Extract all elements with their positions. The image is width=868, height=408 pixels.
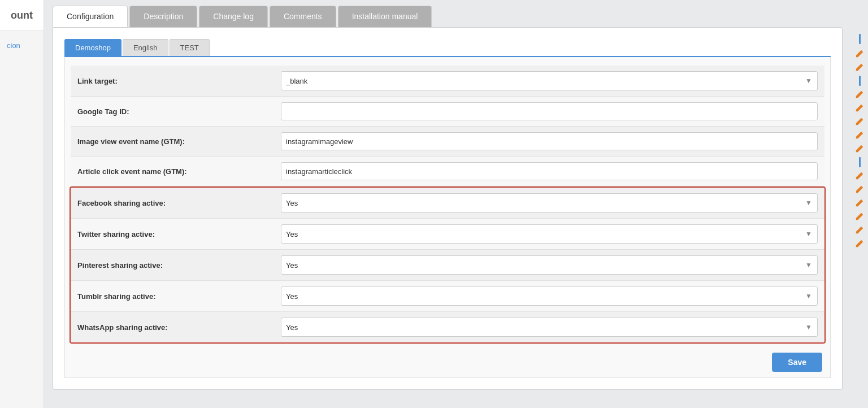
field-row-google-tag-id: Google Tag ID: (71, 97, 824, 127)
field-row-facebook-sharing: Facebook sharing active: Yes No ▼ (71, 188, 824, 219)
label-image-view-event: Image view event name (GTM): (77, 137, 281, 146)
edit-icon-12[interactable] (854, 224, 865, 236)
field-row-whatsapp-sharing: WhatsApp sharing active: Yes No ▼ (71, 312, 824, 342)
whatsapp-sharing-select[interactable]: Yes No (281, 318, 818, 337)
field-row-article-click-event: Article click event name (GTM): (71, 157, 824, 186)
image-view-event-input[interactable] (281, 132, 818, 150)
save-button[interactable]: Save (772, 353, 822, 372)
sidebar-nav: cion (0, 31, 44, 408)
blue-bar-divider-2 (859, 157, 861, 167)
label-tumblr-sharing: Tumblr sharing active: (77, 292, 281, 301)
whatsapp-sharing-wrapper: Yes No ▼ (281, 318, 818, 337)
sub-tab-demoshop[interactable]: Demoshop (64, 39, 121, 56)
edit-icon-2[interactable] (854, 61, 865, 73)
label-twitter-sharing: Twitter sharing active: (77, 230, 281, 238)
tab-changelog[interactable]: Change log (199, 6, 268, 27)
edit-icon-5[interactable] (854, 115, 865, 128)
twitter-sharing-wrapper: Yes No ▼ (281, 224, 818, 244)
label-google-tag-id: Google Tag ID: (77, 107, 281, 116)
edit-icon-6[interactable] (854, 129, 865, 141)
right-edit-icons (851, 0, 868, 408)
tumblr-sharing-wrapper: Yes No ▼ (281, 287, 818, 306)
tab-comments[interactable]: Comments (270, 6, 336, 27)
edit-icon-8[interactable] (854, 170, 865, 182)
sidebar-item-action[interactable]: cion (0, 37, 44, 54)
label-pinterest-sharing: Pinterest sharing active: (77, 261, 281, 270)
tab-installation[interactable]: Installation manual (338, 6, 432, 27)
edit-icon-1[interactable] (854, 47, 865, 60)
twitter-sharing-select[interactable]: Yes No (281, 224, 818, 244)
field-row-link-target: Link target: _blank _self _parent _top ▼ (71, 66, 824, 97)
tab-bar: Configuration Description Change log Com… (53, 6, 843, 27)
edit-icon-10[interactable] (854, 197, 865, 209)
blue-bar-icon (859, 34, 861, 44)
configuration-panel: Demoshop English TEST Link target: _blan… (53, 27, 843, 390)
google-tag-id-input[interactable] (281, 102, 818, 120)
label-link-target: Link target: (77, 77, 281, 85)
facebook-sharing-select[interactable]: Yes No (281, 193, 818, 212)
article-click-event-input[interactable] (281, 162, 818, 180)
main-content: Configuration Description Change log Com… (44, 0, 851, 408)
edit-icon-4[interactable] (854, 102, 865, 114)
highlighted-sharing-section: Facebook sharing active: Yes No ▼ Twitte… (70, 186, 826, 344)
sidebar-title: ount (11, 10, 33, 21)
field-row-image-view-event: Image view event name (GTM): (71, 127, 824, 157)
sub-tab-bar: Demoshop English TEST (64, 39, 831, 57)
sub-tab-test[interactable]: TEST (170, 39, 210, 56)
label-article-click-event: Article click event name (GTM): (77, 167, 281, 176)
field-row-tumblr-sharing: Tumblr sharing active: Yes No ▼ (71, 281, 824, 312)
form-area: Link target: _blank _self _parent _top ▼… (64, 57, 831, 378)
pinterest-sharing-wrapper: Yes No ▼ (281, 255, 818, 275)
facebook-sharing-wrapper: Yes No ▼ (281, 193, 818, 212)
edit-icon-13[interactable] (854, 237, 865, 250)
sidebar: ount cion (0, 0, 44, 408)
edit-icon-7[interactable] (854, 142, 865, 155)
label-facebook-sharing: Facebook sharing active: (77, 199, 281, 207)
link-target-wrapper: _blank _self _parent _top ▼ (281, 71, 818, 90)
field-row-pinterest-sharing: Pinterest sharing active: Yes No ▼ (71, 250, 824, 281)
save-button-row: Save (71, 353, 824, 372)
edit-icon-3[interactable] (854, 88, 865, 101)
field-row-twitter-sharing: Twitter sharing active: Yes No ▼ (71, 219, 824, 250)
pinterest-sharing-select[interactable]: Yes No (281, 255, 818, 275)
tumblr-sharing-select[interactable]: Yes No (281, 287, 818, 306)
tab-configuration[interactable]: Configuration (53, 6, 128, 27)
blue-bar-divider (859, 76, 861, 86)
edit-icon-9[interactable] (854, 183, 865, 196)
sidebar-top: ount (0, 0, 44, 31)
label-whatsapp-sharing: WhatsApp sharing active: (77, 323, 281, 332)
tab-description[interactable]: Description (129, 6, 197, 27)
sub-tab-english[interactable]: English (123, 39, 168, 56)
edit-icon-11[interactable] (854, 210, 865, 223)
link-target-select[interactable]: _blank _self _parent _top (281, 71, 818, 90)
